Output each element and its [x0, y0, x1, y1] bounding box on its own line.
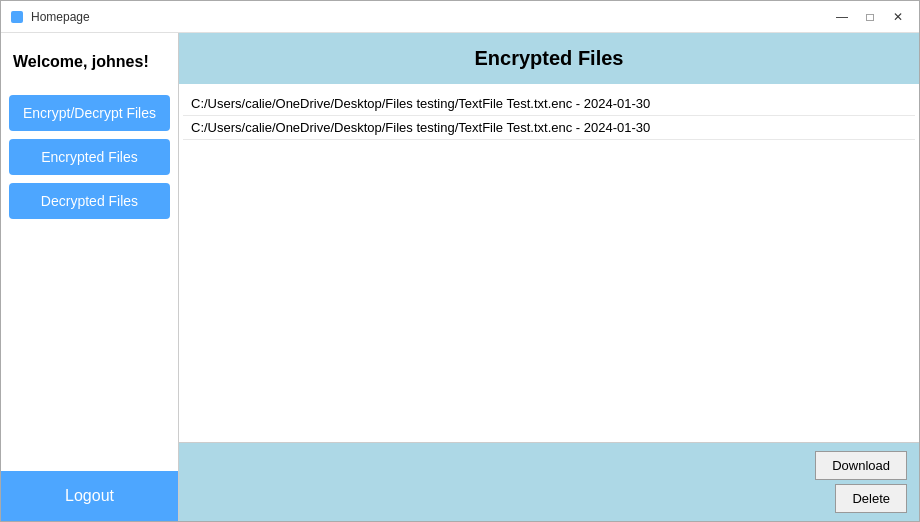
file-item[interactable]: C:/Users/calie/OneDrive/Desktop/Files te…: [183, 116, 915, 140]
app-body: Welcome, johnes! Encrypt/Decrypt Files E…: [1, 33, 919, 521]
main-content: Encrypted Files C:/Users/calie/OneDrive/…: [179, 33, 919, 521]
encrypted-files-button[interactable]: Encrypted Files: [9, 139, 170, 175]
window-title: Homepage: [31, 10, 90, 24]
title-bar-left: Homepage: [9, 9, 90, 25]
minimize-button[interactable]: —: [829, 6, 855, 28]
delete-button[interactable]: Delete: [835, 484, 907, 513]
main-window: Homepage — □ ✕ Welcome, johnes! Encrypt/…: [0, 0, 920, 522]
logout-button[interactable]: Logout: [1, 471, 178, 521]
sidebar-spacer: [1, 223, 178, 471]
maximize-button[interactable]: □: [857, 6, 883, 28]
sidebar: Welcome, johnes! Encrypt/Decrypt Files E…: [1, 33, 179, 521]
app-icon: [9, 9, 25, 25]
file-list: C:/Users/calie/OneDrive/Desktop/Files te…: [179, 84, 919, 443]
svg-rect-0: [11, 11, 23, 23]
decrypted-files-button[interactable]: Decrypted Files: [9, 183, 170, 219]
title-bar: Homepage — □ ✕: [1, 1, 919, 33]
close-button[interactable]: ✕: [885, 6, 911, 28]
welcome-message: Welcome, johnes!: [1, 43, 178, 91]
main-footer: Download Delete: [179, 443, 919, 521]
file-item[interactable]: C:/Users/calie/OneDrive/Desktop/Files te…: [183, 92, 915, 116]
window-controls: — □ ✕: [829, 6, 911, 28]
content-title: Encrypted Files: [475, 47, 624, 69]
download-button[interactable]: Download: [815, 451, 907, 480]
content-header: Encrypted Files: [179, 33, 919, 84]
encrypt-decrypt-button[interactable]: Encrypt/Decrypt Files: [9, 95, 170, 131]
